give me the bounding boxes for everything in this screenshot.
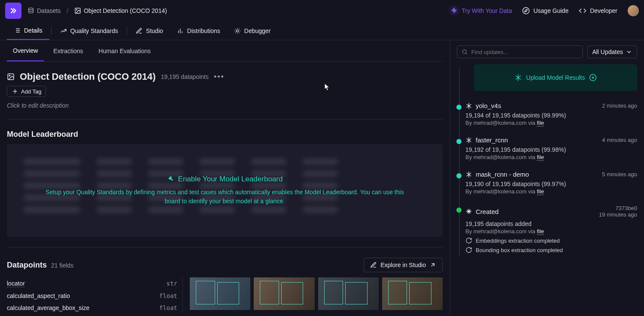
svg-point-20 bbox=[462, 50, 466, 54]
svg-point-0 bbox=[29, 8, 33, 9]
commit-hash: 7373be0 bbox=[599, 205, 637, 211]
datapoint-thumbnail[interactable] bbox=[318, 277, 379, 310]
update-title-text: yolo_v4s bbox=[476, 102, 501, 109]
field-type: str bbox=[167, 280, 177, 287]
search-updates[interactable] bbox=[457, 45, 583, 58]
refresh-icon bbox=[465, 237, 472, 244]
upload-model-results-button[interactable]: Upload Model Results bbox=[474, 64, 637, 91]
sub-tab-overview[interactable]: Overview bbox=[7, 40, 44, 61]
updates-filter-select[interactable]: All Updates bbox=[587, 45, 637, 58]
file-link[interactable]: file bbox=[537, 188, 544, 195]
compass-icon bbox=[522, 7, 530, 15]
rocket-icon bbox=[167, 175, 175, 183]
sparkle-icon bbox=[465, 208, 472, 215]
plus-circle-icon bbox=[589, 74, 597, 81]
explore-in-studio-button[interactable]: Explore in Studio bbox=[364, 258, 443, 272]
breadcrumb-current-label: Object Detection (COCO 2014) bbox=[84, 7, 167, 14]
field-type: float bbox=[159, 304, 177, 311]
field-row[interactable]: calculated_average_bbox_size float bbox=[7, 302, 182, 314]
field-type: float bbox=[159, 292, 177, 299]
datapoint-thumbnail[interactable] bbox=[190, 277, 250, 310]
field-row[interactable]: calculated_aspect_ratio float bbox=[7, 290, 182, 302]
developer-link[interactable]: Developer bbox=[579, 7, 617, 15]
datapoint-thumbnail[interactable] bbox=[382, 277, 443, 310]
field-name: calculated_aspect_ratio bbox=[7, 292, 70, 299]
update-author: By mehrad@kolena.com via file bbox=[465, 228, 637, 235]
datapoints-heading: Datapoints bbox=[7, 261, 47, 270]
image-icon bbox=[7, 73, 15, 81]
timeline-dot bbox=[456, 139, 462, 144]
bar-chart-icon bbox=[177, 27, 184, 34]
svg-point-3 bbox=[523, 8, 529, 14]
search-updates-input[interactable] bbox=[471, 49, 579, 55]
description-input[interactable]: Click to edit description bbox=[7, 102, 443, 109]
leaderboard-heading: Model Leaderboard bbox=[7, 130, 443, 139]
primary-nav: Details Quality Standards Studio Distrib… bbox=[0, 21, 644, 40]
code-icon bbox=[579, 7, 586, 15]
update-item[interactable]: yolo_v4s 2 minutes ago 19,194 of 19,195 … bbox=[465, 95, 637, 129]
more-menu-button[interactable]: ••• bbox=[214, 72, 225, 81]
tab-distributions[interactable]: Distributions bbox=[170, 21, 227, 40]
tab-debugger[interactable]: Debugger bbox=[227, 21, 278, 40]
add-tag-button[interactable]: Add Tag bbox=[7, 86, 46, 97]
search-icon bbox=[462, 48, 468, 55]
update-item-created[interactable]: Created 7373be0 19 minutes ago 19,195 da… bbox=[465, 198, 637, 257]
breadcrumb-root-label: Datasets bbox=[37, 7, 61, 14]
sub-tab-extractions[interactable]: Extractions bbox=[47, 40, 89, 61]
lightning-icon bbox=[450, 6, 458, 15]
page-title: Object Detection (COCO 2014) bbox=[20, 71, 156, 82]
leaderboard-panel: Enable Your Model Leaderboard Setup your… bbox=[7, 144, 443, 237]
snowflake-icon bbox=[465, 102, 472, 109]
tab-details[interactable]: Details bbox=[7, 21, 49, 40]
update-item[interactable]: faster_rcnn 4 minutes ago 19,192 of 19,1… bbox=[465, 129, 637, 164]
svg-point-16 bbox=[9, 75, 10, 76]
fields-list: locator str calculated_aspect_ratio floa… bbox=[7, 277, 183, 314]
snowflake-icon bbox=[465, 137, 472, 144]
user-avatar[interactable] bbox=[628, 5, 639, 16]
image-icon bbox=[74, 7, 81, 14]
update-item[interactable]: mask_rcnn - demo 5 minutes ago 19,190 of… bbox=[465, 164, 637, 198]
breadcrumb-current[interactable]: Object Detection (COCO 2014) bbox=[74, 7, 167, 14]
file-link[interactable]: file bbox=[537, 228, 544, 235]
tab-studio[interactable]: Studio bbox=[129, 21, 170, 40]
svg-point-14 bbox=[236, 30, 238, 32]
tab-quality-standards[interactable]: Quality Standards bbox=[53, 21, 125, 40]
extraction-status: Bounding box extraction completed bbox=[465, 247, 637, 253]
update-author: By mehrad@kolena.com via file bbox=[465, 188, 637, 195]
breadcrumb-datasets[interactable]: Datasets bbox=[27, 7, 61, 14]
breadcrumb-separator: / bbox=[67, 7, 68, 14]
update-title-text: faster_rcnn bbox=[476, 136, 508, 144]
app-logo[interactable] bbox=[5, 3, 21, 19]
update-title-text: mask_rcnn - demo bbox=[476, 171, 529, 178]
field-name: calculated_average_bbox_size bbox=[7, 304, 89, 311]
list-icon bbox=[14, 27, 21, 34]
sub-nav: Overview Extractions Human Evaluations bbox=[7, 40, 443, 62]
update-timestamp: 4 minutes ago bbox=[602, 137, 637, 143]
refresh-icon bbox=[465, 247, 472, 253]
sub-tab-human-evaluations[interactable]: Human Evaluations bbox=[93, 40, 157, 61]
update-progress: 19,190 of 19,195 datapoints (99.97%) bbox=[465, 181, 637, 187]
plus-icon bbox=[12, 88, 18, 95]
try-with-your-data-link[interactable]: Try With Your Data bbox=[450, 6, 512, 15]
file-link[interactable]: file bbox=[537, 120, 544, 126]
enable-leaderboard-link[interactable]: Enable Your Model Leaderboard bbox=[167, 175, 283, 184]
database-icon bbox=[27, 7, 34, 14]
field-count: 21 fields bbox=[51, 262, 73, 269]
extraction-status: Embeddings extraction completed bbox=[465, 237, 637, 244]
update-author: By mehrad@kolena.com via file bbox=[465, 120, 637, 126]
svg-point-2 bbox=[76, 9, 77, 10]
update-timestamp: 5 minutes ago bbox=[602, 171, 637, 178]
snowflake-icon bbox=[514, 74, 522, 81]
field-row[interactable]: locator str bbox=[7, 277, 182, 290]
timeline-dot bbox=[456, 173, 462, 178]
snowflake-icon bbox=[465, 171, 472, 178]
update-title-text: Created bbox=[476, 208, 498, 215]
datapoint-thumbnail[interactable] bbox=[254, 277, 314, 310]
leaderboard-help-text: Setup your Quality Standards by defining… bbox=[41, 188, 408, 206]
usage-guide-link[interactable]: Usage Guide bbox=[522, 7, 568, 15]
external-link-icon bbox=[429, 262, 436, 268]
edit-icon bbox=[370, 262, 377, 268]
trending-icon bbox=[60, 27, 67, 34]
file-link[interactable]: file bbox=[537, 154, 544, 161]
update-progress: 19,192 of 19,195 datapoints (99.98%) bbox=[465, 146, 637, 153]
